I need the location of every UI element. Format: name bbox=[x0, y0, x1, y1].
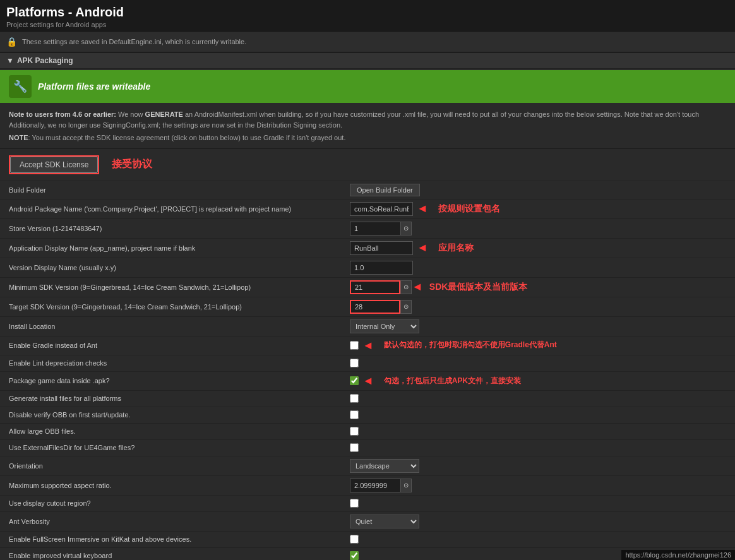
install-location-select[interactable]: Internal Only External Auto bbox=[350, 319, 419, 333]
control-fullscreen bbox=[350, 535, 359, 544]
control-virtual-keyboard bbox=[350, 551, 359, 560]
display-cutout-checkbox[interactable] bbox=[350, 499, 359, 508]
setting-row-verify-obb: Disable verify OBB on first start/update… bbox=[0, 407, 735, 424]
package-data-checkbox[interactable] bbox=[350, 376, 359, 385]
gen-install-checkbox[interactable] bbox=[350, 394, 359, 403]
label-install-location: Install Location bbox=[9, 323, 350, 330]
min-sdk-spinner[interactable]: ⊙ bbox=[400, 280, 412, 294]
setting-row-install-location: Install Location Internal Only External … bbox=[0, 317, 735, 337]
open-build-folder-button[interactable]: Open Build Folder bbox=[350, 184, 420, 196]
section-header-apk[interactable]: ▼ APK Packaging bbox=[0, 52, 735, 69]
large-obb-checkbox[interactable] bbox=[350, 427, 359, 436]
section-label: APK Packaging bbox=[17, 56, 73, 65]
annot-sdk: SDK最低版本及当前版本 bbox=[429, 282, 528, 293]
control-aspect-ratio: ⊙ bbox=[350, 479, 412, 492]
control-external-filesdir bbox=[350, 443, 359, 452]
control-orientation: Landscape Portrait Sensor Auto bbox=[350, 459, 419, 473]
setting-row-target-sdk: Target SDK Version (9=Gingerbread, 14=Ic… bbox=[0, 297, 735, 317]
external-filesdir-checkbox[interactable] bbox=[350, 443, 359, 452]
arrow-apk: ◄ bbox=[362, 374, 374, 388]
app-name-input[interactable] bbox=[350, 241, 413, 255]
setting-row-fullscreen: Enable FullScreen Immersive on KitKat an… bbox=[0, 532, 735, 548]
min-sdk-input[interactable] bbox=[350, 280, 400, 294]
control-version-name bbox=[350, 261, 413, 275]
accept-annotation: 接受协议 bbox=[112, 158, 152, 171]
label-version-name: Version Display Name (usually x.y) bbox=[9, 264, 350, 271]
store-version-input[interactable] bbox=[350, 222, 400, 235]
control-gen-install bbox=[350, 394, 359, 403]
label-ant-verbosity: Ant Verbosity bbox=[9, 518, 350, 525]
target-sdk-input[interactable] bbox=[350, 300, 400, 314]
settings-notice: 🔒 These settings are saved in DefaultEng… bbox=[0, 32, 735, 52]
label-enable-gradle: Enable Gradle instead of Ant bbox=[9, 342, 350, 349]
aspect-ratio-spinner[interactable]: ⊙ bbox=[400, 479, 412, 492]
setting-row-min-sdk: Minimum SDK Version (9=Gingerbread, 14=I… bbox=[0, 278, 735, 297]
ant-verbosity-select[interactable]: Quiet Normal Verbose bbox=[350, 515, 419, 528]
setting-row-app-name: Application Display Name (app_name), pro… bbox=[0, 239, 735, 258]
virtual-keyboard-checkbox[interactable] bbox=[350, 551, 359, 560]
label-build-folder: Build Folder bbox=[9, 186, 350, 194]
label-store-version: Store Version (1-2147483647) bbox=[9, 225, 350, 232]
page-header: Platforms - Android Project settings for… bbox=[0, 0, 735, 32]
setting-row-store-version: Store Version (1-2147483647) ⊙ bbox=[0, 219, 735, 239]
annot-gradle: 默认勾选的，打包时取消勾选不使用Gradle代替Ant bbox=[384, 340, 557, 350]
writable-text: Platform files are writeable bbox=[38, 81, 150, 92]
control-display-cutout bbox=[350, 499, 359, 508]
page-title: Platforms - Android bbox=[6, 5, 729, 20]
setting-row-aspect-ratio: Maximum supported aspect ratio. ⊙ bbox=[0, 476, 735, 496]
accept-sdk-highlight: Accept SDK License bbox=[9, 155, 99, 174]
lock-icon: 🔒 bbox=[6, 37, 17, 47]
label-external-filesdir: Use ExternalFilesDir for UE4Game files? bbox=[9, 444, 350, 451]
note-line2: Additionally, we no longer use SigningCo… bbox=[9, 120, 726, 131]
page-subtitle: Project settings for Android apps bbox=[6, 21, 729, 28]
note-box: Note to users from 4.6 or earlier: We no… bbox=[0, 104, 735, 149]
control-build-folder: Open Build Folder bbox=[350, 184, 420, 196]
notice-text: These settings are saved in DefaultEngin… bbox=[22, 38, 246, 45]
arrow-sdk: ◄ bbox=[412, 280, 423, 294]
setting-row-depreciation: Enable Lint depreciation checks bbox=[0, 355, 735, 372]
control-enable-gradle: ◄ 默认勾选的，打包时取消勾选不使用Gradle代替Ant bbox=[350, 339, 557, 352]
package-name-input[interactable] bbox=[350, 202, 413, 216]
label-target-sdk: Target SDK Version (9=Gingerbread, 14=Ic… bbox=[9, 303, 350, 311]
label-package-name: Android Package Name ('com.Company.Proje… bbox=[9, 205, 350, 213]
setting-row-enable-gradle: Enable Gradle instead of Ant ◄ 默认勾选的，打包时… bbox=[0, 337, 735, 355]
accept-sdk-row: Accept SDK License 接受协议 bbox=[0, 149, 735, 181]
accept-sdk-button[interactable]: Accept SDK License bbox=[10, 157, 98, 173]
label-aspect-ratio: Maximum supported aspect ratio. bbox=[9, 482, 350, 489]
fullscreen-checkbox[interactable] bbox=[350, 535, 359, 544]
note-line3: NOTE: You must accept the SDK license ag… bbox=[9, 133, 726, 143]
label-verify-obb: Disable verify OBB on first start/update… bbox=[9, 411, 350, 419]
label-app-name: Application Display Name (app_name), pro… bbox=[9, 244, 350, 252]
writable-banner: 🔧 Platform files are writeable bbox=[0, 70, 735, 103]
setting-row-build-folder: Build Folder Open Build Folder bbox=[0, 181, 735, 200]
depreciation-checkbox[interactable] bbox=[350, 359, 359, 367]
enable-gradle-checkbox[interactable] bbox=[350, 341, 359, 350]
label-fullscreen: Enable FullScreen Immersive on KitKat an… bbox=[9, 535, 350, 543]
label-large-obb: Allow large OBB files. bbox=[9, 427, 350, 435]
setting-row-large-obb: Allow large OBB files. bbox=[0, 424, 735, 440]
store-version-spinner[interactable]: ⊙ bbox=[400, 222, 412, 235]
aspect-ratio-input[interactable] bbox=[350, 479, 400, 492]
target-sdk-spinner[interactable]: ⊙ bbox=[400, 300, 412, 314]
setting-row-package-name: Android Package Name ('com.Company.Proje… bbox=[0, 200, 735, 219]
footer-url: https://blog.csdn.net/zhangmei126 bbox=[625, 551, 731, 559]
annot-package-name: 按规则设置包名 bbox=[438, 203, 500, 215]
verify-obb-checkbox[interactable] bbox=[350, 410, 359, 419]
label-orientation: Orientation bbox=[9, 462, 350, 470]
settings-grid: Build Folder Open Build Folder Android P… bbox=[0, 181, 735, 561]
arrow-app-name: ◄ bbox=[417, 241, 428, 254]
orientation-select[interactable]: Landscape Portrait Sensor Auto bbox=[350, 459, 419, 473]
control-package-name: ◄ 按规则设置包名 bbox=[350, 202, 500, 216]
control-store-version: ⊙ bbox=[350, 222, 412, 235]
annot-apk: 勾选，打包后只生成APK文件，直接安装 bbox=[384, 376, 521, 386]
setting-row-version-name: Version Display Name (usually x.y) bbox=[0, 258, 735, 278]
setting-row-external-filesdir: Use ExternalFilesDir for UE4Game files? bbox=[0, 440, 735, 456]
label-min-sdk: Minimum SDK Version (9=Gingerbread, 14=I… bbox=[9, 283, 350, 291]
label-depreciation: Enable Lint depreciation checks bbox=[9, 359, 350, 367]
version-name-input[interactable] bbox=[350, 261, 413, 275]
control-verify-obb bbox=[350, 410, 359, 419]
label-virtual-keyboard: Enable improved virtual keyboard bbox=[9, 552, 350, 559]
control-app-name: ◄ 应用名称 bbox=[350, 241, 474, 255]
label-gen-install: Generate install files for all platforms bbox=[9, 395, 350, 402]
footer: https://blog.csdn.net/zhangmei126 bbox=[621, 550, 735, 560]
